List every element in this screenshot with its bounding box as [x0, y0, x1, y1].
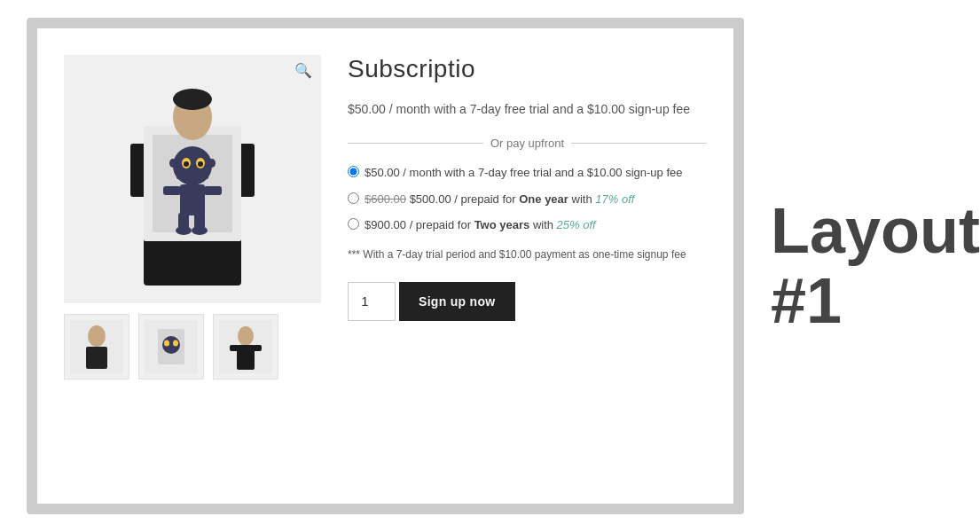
svg-rect-14 — [180, 184, 205, 215]
option-one-year-duration: One year — [519, 192, 568, 206]
image-column: 🔍 — [64, 55, 321, 477]
option-one-year-radio[interactable] — [348, 192, 359, 204]
price-summary: $50.00 / month with a 7-day free trial a… — [348, 99, 707, 119]
option-monthly-text: $50.00 / month with a 7-day free trial a… — [365, 166, 682, 179]
divider-line-left — [348, 143, 483, 144]
divider-line-right — [571, 143, 707, 144]
layout-line1: Layout — [771, 196, 980, 266]
plan-options: $50.00 / month with a 7-day free trial a… — [348, 164, 707, 234]
svg-point-12 — [169, 159, 176, 168]
svg-point-22 — [173, 89, 212, 110]
zoom-icon[interactable]: 🔍 — [294, 62, 312, 79]
option-two-years-label: $900.00 / prepaid for Two years with 25%… — [365, 216, 707, 234]
svg-point-24 — [88, 325, 106, 347]
option-one-year: $600.00 $500.00 / prepaid for One year w… — [348, 191, 707, 208]
option-two-years-prepaid: / prepaid for — [410, 218, 474, 231]
svg-point-20 — [192, 226, 208, 235]
option-two-years-price: $900.00 — [365, 218, 406, 231]
thumbnail-row — [64, 314, 321, 379]
quantity-input[interactable] — [348, 282, 396, 321]
option-monthly-radio[interactable] — [348, 166, 359, 177]
svg-rect-35 — [253, 345, 262, 351]
svg-rect-18 — [204, 186, 222, 195]
svg-rect-25 — [86, 347, 107, 369]
svg-rect-33 — [237, 345, 255, 370]
product-details: Subscriptio $50.00 / month with a 7-day … — [348, 55, 707, 477]
product-main-image — [64, 55, 321, 303]
option-one-year-new-price: $500.00 — [410, 192, 451, 206]
svg-point-13 — [208, 159, 216, 168]
layout-line2: #1 — [771, 266, 842, 336]
add-to-cart-row: Sign up now — [348, 282, 707, 321]
svg-point-29 — [164, 340, 169, 347]
svg-point-32 — [238, 326, 254, 346]
option-two-years: $900.00 / prepaid for Two years with 25%… — [348, 216, 707, 234]
disclaimer-text: *** With a 7-day trial period and $10.00… — [348, 246, 707, 262]
option-one-year-label: $600.00 $500.00 / prepaid for One year w… — [365, 191, 707, 208]
main-image-wrapper: 🔍 — [64, 55, 321, 303]
svg-point-10 — [184, 161, 189, 167]
option-one-year-with: with — [572, 192, 596, 206]
option-two-years-discount: 25% off — [557, 218, 596, 231]
layout-label-section: Layout #1 — [771, 196, 980, 336]
svg-rect-17 — [163, 186, 181, 195]
thumbnail-2[interactable] — [138, 314, 204, 379]
svg-rect-34 — [230, 345, 239, 351]
product-card: 🔍 — [27, 18, 744, 514]
thumbnail-3[interactable] — [213, 314, 278, 379]
option-two-years-radio[interactable] — [348, 218, 359, 230]
option-one-year-discount: 17% off — [595, 192, 634, 206]
option-two-years-duration: Two years — [474, 218, 530, 231]
product-title: Subscriptio — [348, 55, 707, 83]
svg-rect-7 — [176, 168, 208, 179]
or-pay-label: Or pay upfront — [490, 137, 564, 150]
option-monthly: $50.00 / month with a 7-day free trial a… — [348, 164, 707, 182]
thumbnail-1[interactable] — [64, 314, 129, 379]
option-monthly-label: $50.00 / month with a 7-day free trial a… — [365, 164, 707, 182]
signup-button[interactable]: Sign up now — [399, 282, 515, 321]
option-one-year-prepaid: / prepaid for — [454, 192, 519, 206]
option-two-years-with: with — [533, 218, 557, 231]
svg-point-30 — [173, 340, 178, 347]
svg-point-19 — [176, 226, 192, 235]
or-pay-upfront-divider: Or pay upfront — [348, 137, 707, 150]
option-one-year-old-price: $600.00 — [365, 192, 406, 206]
svg-point-6 — [173, 146, 212, 185]
svg-point-11 — [198, 161, 203, 167]
